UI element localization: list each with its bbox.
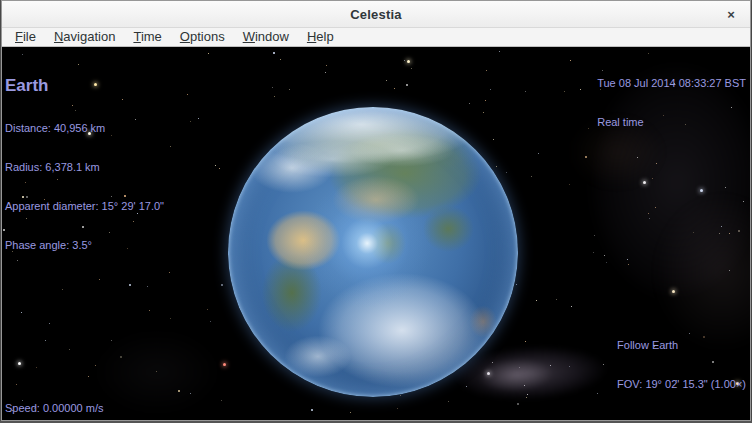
speed-info: Speed: 0.00000 m/s [5, 402, 103, 415]
info-distance: Distance: 40,956 km [5, 122, 164, 135]
follow-mode-label: Follow Earth [617, 339, 746, 352]
view-info: Follow Earth FOV: 19° 02' 15.3" (1.00×) [617, 313, 746, 417]
window-title: Celestia [350, 7, 401, 22]
earth-planet[interactable] [228, 107, 518, 397]
titlebar[interactable]: Celestia × [2, 1, 750, 28]
nebula-haze [97, 332, 217, 412]
menu-item-navigation[interactable]: Navigation [45, 28, 124, 46]
close-icon: × [727, 7, 735, 22]
menu-item-options[interactable]: Options [171, 28, 234, 46]
close-button[interactable]: × [722, 5, 740, 23]
selection-info: Earth Distance: 40,956 km Radius: 6,378.… [5, 51, 164, 278]
time-mode-label: Real time [597, 116, 746, 129]
time-info: Tue 08 Jul 2014 08:33:27 BST Real time [597, 51, 746, 155]
menu-item-help[interactable]: Help [298, 28, 343, 46]
selected-object-name: Earth [5, 77, 164, 95]
celestia-window: Celestia × File Navigation Time Options … [1, 0, 751, 421]
info-phase-angle: Phase angle: 3.5° [5, 239, 164, 252]
menu-item-file[interactable]: File [6, 28, 45, 46]
fov-label: FOV: 19° 02' 15.3" (1.00×) [617, 378, 746, 391]
info-apparent-diameter: Apparent diameter: 15° 29' 17.0" [5, 200, 164, 213]
info-radius: Radius: 6,378.1 km [5, 161, 164, 174]
menu-item-time[interactable]: Time [124, 28, 170, 46]
menu-item-window[interactable]: Window [234, 28, 298, 46]
space-viewport[interactable]: Earth Distance: 40,956 km Radius: 6,378.… [2, 47, 750, 420]
datetime-label: Tue 08 Jul 2014 08:33:27 BST [597, 77, 746, 90]
menubar: File Navigation Time Options Window Help [2, 28, 750, 47]
